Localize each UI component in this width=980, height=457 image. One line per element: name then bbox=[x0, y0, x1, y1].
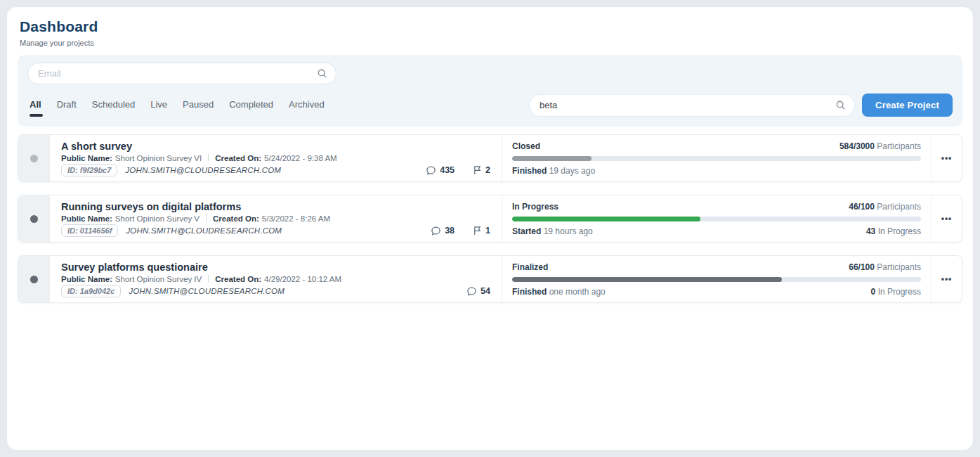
progress-bar bbox=[512, 277, 921, 282]
comments-count: 38 bbox=[445, 226, 455, 236]
project-search-input[interactable] bbox=[540, 100, 830, 110]
project-title[interactable]: Survey platforms questionaire bbox=[61, 262, 490, 273]
created-on-value: 5/3/2022 - 8:26 AM bbox=[262, 214, 330, 223]
project-card[interactable]: A short survey Public Name: Short Opinio… bbox=[18, 134, 962, 182]
created-on-label: Created On: bbox=[215, 154, 261, 162]
project-title[interactable]: A short survey bbox=[61, 141, 490, 152]
project-card[interactable]: Survey platforms questionaire Public Nam… bbox=[18, 255, 962, 303]
status-strip bbox=[18, 195, 50, 242]
status-dot bbox=[30, 276, 38, 283]
comments-button[interactable]: 54 bbox=[466, 286, 490, 297]
email-search-field[interactable] bbox=[27, 63, 337, 84]
project-id-badge[interactable]: ID: 1a9d042c bbox=[61, 285, 121, 297]
flag-icon bbox=[473, 165, 482, 175]
search-icon[interactable] bbox=[835, 100, 846, 110]
project-info: A short survey Public Name: Short Opinio… bbox=[50, 135, 502, 181]
project-list: A short survey Public Name: Short Opinio… bbox=[18, 134, 962, 303]
created-on-value: 5/24/2022 - 9:38 AM bbox=[264, 154, 337, 162]
finish-info: Started 19 hours ago bbox=[512, 226, 593, 236]
status-strip bbox=[18, 135, 50, 181]
status-dot bbox=[30, 155, 38, 162]
progress-fill bbox=[512, 217, 700, 221]
project-search-field[interactable] bbox=[529, 94, 855, 117]
comment-bubble-icon bbox=[426, 165, 436, 176]
progress-section: Finalized 66/100 Participants Finished o… bbox=[502, 256, 931, 302]
comment-bubble-icon bbox=[431, 226, 441, 236]
participants-count: 66/100 Participants bbox=[849, 262, 921, 272]
owner-email: JOHN.SMITH@CLOUDRESEARCH.COM bbox=[129, 287, 285, 295]
card-menu-button[interactable]: ••• bbox=[932, 135, 962, 181]
created-on-label: Created On: bbox=[215, 275, 261, 283]
status-tabs: All Draft Scheduled Live Paused Complete… bbox=[27, 99, 325, 111]
flags-count: 2 bbox=[485, 165, 490, 175]
flags-button[interactable]: 2 bbox=[473, 165, 490, 175]
status-dot bbox=[30, 215, 38, 223]
participants-count: 584/3000 Participants bbox=[839, 141, 921, 151]
finish-info: Finished 19 days ago bbox=[512, 166, 595, 176]
project-title[interactable]: Running surveys on digital platforms bbox=[61, 201, 490, 212]
status-label: In Progress bbox=[512, 202, 558, 212]
create-project-button[interactable]: Create Project bbox=[862, 94, 953, 117]
filter-panel: All Draft Scheduled Live Paused Complete… bbox=[18, 55, 962, 127]
project-id-badge[interactable]: ID: f9f29bc7 bbox=[61, 164, 117, 176]
email-search-input[interactable] bbox=[38, 68, 311, 79]
comment-bubble-icon bbox=[466, 286, 477, 297]
project-meta: Public Name: Short Opinion Survey V Crea… bbox=[61, 214, 490, 223]
in-progress-info: 43 In Progress bbox=[866, 226, 921, 236]
tab-draft[interactable]: Draft bbox=[57, 99, 77, 111]
status-strip bbox=[18, 256, 50, 302]
progress-section: In Progress 46/100 Participants Started … bbox=[502, 195, 931, 242]
participants-count: 46/100 Participants bbox=[849, 202, 921, 212]
finish-info: Finished one month ago bbox=[512, 287, 606, 297]
public-name-label: Public Name: bbox=[61, 275, 112, 283]
public-name-label: Public Name: bbox=[61, 214, 112, 223]
tab-scheduled[interactable]: Scheduled bbox=[92, 99, 135, 111]
progress-bar bbox=[512, 156, 921, 161]
created-on-value: 4/29/2022 - 10:12 AM bbox=[264, 275, 341, 283]
progress-section: Closed 584/3000 Participants Finished 19… bbox=[502, 135, 931, 181]
progress-fill bbox=[512, 156, 592, 161]
project-info: Running surveys on digital platforms Pub… bbox=[50, 195, 502, 242]
in-progress-info: 0 In Progress bbox=[871, 287, 921, 297]
tab-completed[interactable]: Completed bbox=[229, 99, 273, 111]
comments-count: 54 bbox=[481, 286, 490, 296]
search-icon[interactable] bbox=[317, 68, 327, 79]
owner-email: JOHN.SMITH@CLOUDRESEARCH.COM bbox=[126, 226, 282, 235]
project-meta: Public Name: Short Opinion Survey IV Cre… bbox=[61, 275, 490, 283]
tab-paused[interactable]: Paused bbox=[183, 99, 214, 111]
page-subtitle: Manage your projects bbox=[18, 39, 962, 47]
card-menu-button[interactable]: ••• bbox=[932, 195, 962, 242]
flags-count: 1 bbox=[485, 226, 490, 236]
public-name-label: Public Name: bbox=[61, 154, 112, 162]
status-label: Finalized bbox=[512, 262, 548, 272]
flag-icon bbox=[473, 226, 482, 236]
project-info: Survey platforms questionaire Public Nam… bbox=[50, 256, 502, 302]
comments-count: 435 bbox=[440, 165, 455, 175]
progress-fill bbox=[512, 277, 782, 282]
public-name-value: Short Opinion Survey V bbox=[115, 214, 200, 223]
meta-divider bbox=[206, 214, 207, 222]
project-card[interactable]: Running surveys on digital platforms Pub… bbox=[18, 195, 962, 243]
comments-button[interactable]: 38 bbox=[431, 226, 455, 236]
comments-button[interactable]: 435 bbox=[426, 165, 455, 176]
card-menu-button[interactable]: ••• bbox=[932, 256, 962, 302]
public-name-value: Short Opinion Survey IV bbox=[115, 275, 202, 283]
project-meta: Public Name: Short Opinion Survey VI Cre… bbox=[61, 154, 490, 162]
progress-bar bbox=[512, 217, 921, 221]
status-label: Closed bbox=[512, 141, 540, 151]
owner-email: JOHN.SMITH@CLOUDRESEARCH.COM bbox=[125, 166, 281, 174]
project-id-badge[interactable]: ID: 0114656f bbox=[61, 224, 118, 237]
created-on-label: Created On: bbox=[213, 214, 259, 223]
tab-live[interactable]: Live bbox=[150, 99, 167, 111]
public-name-value: Short Opinion Survey VI bbox=[115, 154, 202, 162]
tab-all[interactable]: All bbox=[30, 99, 41, 111]
dashboard-page: Dashboard Manage your projects All Draft… bbox=[7, 7, 973, 450]
flags-button[interactable]: 1 bbox=[473, 226, 490, 236]
meta-divider bbox=[208, 275, 209, 283]
page-title: Dashboard bbox=[18, 18, 962, 35]
tab-archived[interactable]: Archived bbox=[289, 99, 325, 111]
meta-divider bbox=[208, 154, 209, 162]
